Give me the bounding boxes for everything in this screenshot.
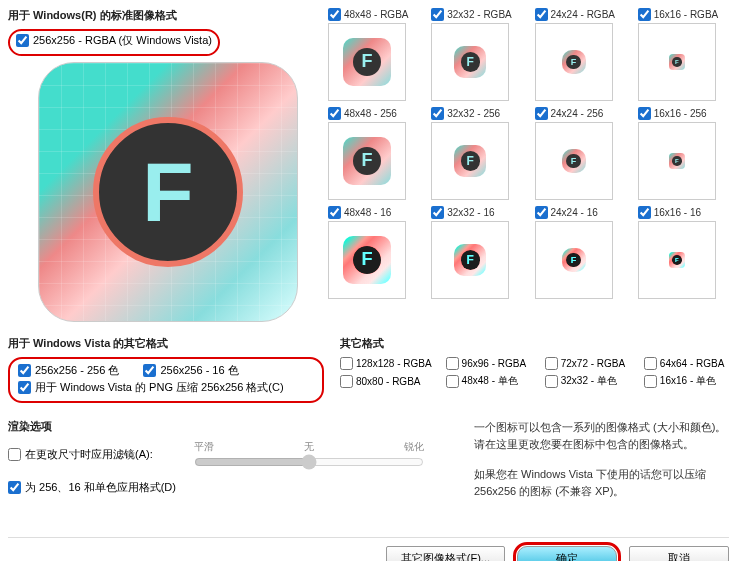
thumb-checkbox[interactable]: [535, 206, 548, 219]
thumb-preview: F: [638, 23, 716, 101]
fmt-checkbox[interactable]: [340, 357, 353, 370]
cancel-button[interactable]: 取消: [629, 546, 729, 561]
highlight-vista-formats: 256x256 - 256 色 256x256 - 16 色 用于 Window…: [8, 357, 324, 403]
thumb-preview: F: [431, 221, 509, 299]
slider-labels: 平滑 无 锐化: [194, 440, 424, 454]
thumb-16x16-RGBA: 16x16 - RGBAF: [638, 8, 729, 101]
preview-letter: F: [142, 144, 193, 241]
thumb-label-text: 32x32 - 256: [447, 108, 500, 119]
fmt-16x16-单色[interactable]: 16x16 - 单色: [644, 374, 729, 388]
chk-apply-formats[interactable]: [8, 481, 21, 494]
thumb-checkbox[interactable]: [535, 8, 548, 21]
ok-button[interactable]: 确定: [517, 546, 617, 561]
thumb-label[interactable]: 32x32 - RGBA: [431, 8, 522, 21]
thumb-label-text: 48x48 - 16: [344, 207, 391, 218]
thumb-label[interactable]: 16x16 - 16: [638, 206, 729, 219]
thumb-label-text: 16x16 - RGBA: [654, 9, 718, 20]
fmt-label: 64x64 - RGBA: [660, 358, 724, 369]
other-formats-button[interactable]: 其它图像格式(F)...: [386, 546, 505, 561]
fmt-label: 128x128 - RGBA: [356, 358, 432, 369]
sharpness-slider[interactable]: [194, 454, 424, 470]
section-std-title: 用于 Windows(R) 的标准图像格式: [8, 8, 318, 23]
thumbnail-grid: 48x48 - RGBAF32x32 - RGBAF24x24 - RGBAF1…: [328, 8, 729, 299]
main-format-checkbox-row[interactable]: 256x256 - RGBA (仅 Windows Vista): [16, 33, 212, 48]
thumb-checkbox[interactable]: [638, 8, 651, 21]
fmt-checkbox[interactable]: [340, 375, 353, 388]
chk-png-compress-row[interactable]: 用于 Windows Vista 的 PNG 压缩 256x256 格式(C): [18, 380, 314, 395]
thumb-32x32-RGBA: 32x32 - RGBAF: [431, 8, 522, 101]
fmt-72x72-RGBA[interactable]: 72x72 - RGBA: [545, 357, 630, 370]
thumb-label[interactable]: 48x48 - 256: [328, 107, 419, 120]
chk-filter-row[interactable]: 在更改尺寸时应用滤镜(A):: [8, 447, 188, 462]
chk-apply-formats-row[interactable]: 为 256、16 和单色应用格式(D): [8, 480, 458, 495]
info-text-1: 一个图标可以包含一系列的图像格式 (大小和颜色)。请在这里更改您要在图标中包含的…: [474, 419, 729, 452]
fmt-label: 48x48 - 单色: [462, 374, 518, 388]
thumb-label[interactable]: 24x24 - 16: [535, 206, 626, 219]
chk-filter[interactable]: [8, 448, 21, 461]
thumb-checkbox[interactable]: [328, 8, 341, 21]
fmt-checkbox[interactable]: [446, 357, 459, 370]
thumb-label-text: 24x24 - 16: [551, 207, 598, 218]
fmt-checkbox[interactable]: [644, 357, 657, 370]
thumb-24x24-16: 24x24 - 16F: [535, 206, 626, 299]
section-render-title: 渲染选项: [8, 419, 458, 434]
chk-256-rgba-label: 256x256 - RGBA (仅 Windows Vista): [33, 33, 212, 48]
chk-256-16c[interactable]: [143, 364, 156, 377]
thumb-48x48-16: 48x48 - 16F: [328, 206, 419, 299]
fmt-96x96-RGBA[interactable]: 96x96 - RGBA: [446, 357, 531, 370]
chk-256-16c-label: 256x256 - 16 色: [160, 363, 238, 378]
thumb-label[interactable]: 16x16 - RGBA: [638, 8, 729, 21]
thumb-preview: F: [535, 23, 613, 101]
thumb-32x32-256: 32x32 - 256F: [431, 107, 522, 200]
thumb-label[interactable]: 24x24 - RGBA: [535, 8, 626, 21]
thumb-label[interactable]: 32x32 - 16: [431, 206, 522, 219]
thumb-checkbox[interactable]: [328, 206, 341, 219]
thumb-checkbox[interactable]: [638, 206, 651, 219]
slider-label-smooth: 平滑: [194, 440, 214, 454]
thumb-16x16-256: 16x16 - 256F: [638, 107, 729, 200]
fmt-48x48-单色[interactable]: 48x48 - 单色: [446, 374, 531, 388]
fmt-80x80-RGBA[interactable]: 80x80 - RGBA: [340, 374, 432, 388]
thumb-label[interactable]: 24x24 - 256: [535, 107, 626, 120]
button-bar: 其它图像格式(F)... 确定 取消: [8, 537, 729, 561]
fmt-label: 32x32 - 单色: [561, 374, 617, 388]
thumb-48x48-RGBA: 48x48 - RGBAF: [328, 8, 419, 101]
fmt-64x64-RGBA[interactable]: 64x64 - RGBA: [644, 357, 729, 370]
thumb-checkbox[interactable]: [431, 206, 444, 219]
chk-png-compress[interactable]: [18, 381, 31, 394]
fmt-checkbox[interactable]: [446, 375, 459, 388]
fmt-label: 16x16 - 单色: [660, 374, 716, 388]
thumb-checkbox[interactable]: [638, 107, 651, 120]
thumb-checkbox[interactable]: [431, 8, 444, 21]
chk-256-rgba[interactable]: [16, 34, 29, 47]
thumb-preview: F: [328, 122, 406, 200]
fmt-32x32-单色[interactable]: 32x32 - 单色: [545, 374, 630, 388]
fmt-checkbox[interactable]: [545, 375, 558, 388]
chk-png-compress-label: 用于 Windows Vista 的 PNG 压缩 256x256 格式(C): [35, 380, 284, 395]
fmt-checkbox[interactable]: [545, 357, 558, 370]
thumb-label[interactable]: 48x48 - 16: [328, 206, 419, 219]
fmt-128x128-RGBA[interactable]: 128x128 - RGBA: [340, 357, 432, 370]
thumb-checkbox[interactable]: [431, 107, 444, 120]
thumb-label[interactable]: 48x48 - RGBA: [328, 8, 419, 21]
thumb-checkbox[interactable]: [535, 107, 548, 120]
thumb-label[interactable]: 16x16 - 256: [638, 107, 729, 120]
section-other-title: 其它格式: [340, 336, 729, 351]
thumb-16x16-16: 16x16 - 16F: [638, 206, 729, 299]
thumb-label-text: 48x48 - 256: [344, 108, 397, 119]
thumb-label-text: 24x24 - 256: [551, 108, 604, 119]
thumb-preview: F: [638, 122, 716, 200]
fmt-checkbox[interactable]: [644, 375, 657, 388]
chk-256-16c-row[interactable]: 256x256 - 16 色: [143, 363, 238, 378]
slider-label-none: 无: [304, 440, 314, 454]
thumb-label[interactable]: 32x32 - 256: [431, 107, 522, 120]
other-format-grid: 128x128 - RGBA96x96 - RGBA72x72 - RGBA64…: [340, 357, 729, 388]
chk-256-256c-row[interactable]: 256x256 - 256 色: [18, 363, 119, 378]
thumb-checkbox[interactable]: [328, 107, 341, 120]
fmt-label: 96x96 - RGBA: [462, 358, 526, 369]
thumb-preview: F: [535, 221, 613, 299]
fmt-label: 72x72 - RGBA: [561, 358, 625, 369]
preview-256: F: [38, 62, 298, 322]
thumb-label-text: 32x32 - 16: [447, 207, 494, 218]
chk-256-256c[interactable]: [18, 364, 31, 377]
